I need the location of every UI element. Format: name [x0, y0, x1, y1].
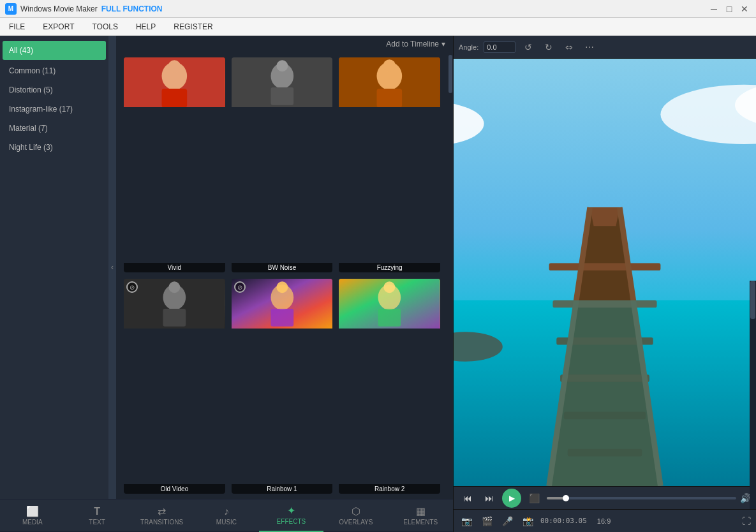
svg-point-20	[276, 281, 288, 293]
effect-bwnoise-label: BW Noise	[232, 263, 333, 272]
stop-btn[interactable]: ⬛	[525, 489, 543, 507]
bottom-toolbar: ⬜ MEDIA T TEXT ⇄ TRANSITIONS ♪ MUSIC ✦ E…	[0, 499, 453, 532]
svg-rect-12	[339, 57, 440, 107]
effect-fuzzying-thumb	[339, 57, 440, 107]
prev-frame-btn[interactable]: ⏭	[480, 489, 498, 507]
camera-btn[interactable]: 📷	[459, 516, 474, 526]
tab-text-label: TEXT	[89, 519, 105, 526]
effect-oldvideo[interactable]: ⊘ Old Video	[124, 279, 225, 494]
svg-point-24	[384, 281, 396, 293]
cat-common[interactable]: Common (11)	[0, 61, 108, 80]
minimize-btn[interactable]: ─	[708, 3, 720, 15]
preview-video	[454, 59, 756, 486]
rotate-cw-btn[interactable]: ↻	[541, 40, 556, 55]
tab-text[interactable]: T TEXT	[64, 499, 129, 532]
media-icon: ⬜	[26, 505, 39, 517]
text-icon: T	[94, 506, 100, 517]
fullscreen-btn[interactable]: ⛶	[742, 516, 751, 526]
angle-input[interactable]	[484, 41, 515, 53]
tab-effects-label: EFFECTS	[277, 518, 306, 525]
effect-bwnoise-thumb	[232, 57, 333, 107]
cat-material[interactable]: Material (7)	[0, 119, 108, 138]
cat-instagram[interactable]: Instagram-like (17)	[0, 100, 108, 119]
play-btn[interactable]: ▶	[502, 489, 521, 508]
effect-vivid[interactable]: Vivid	[124, 57, 225, 272]
dropdown-chevron-icon: ▾	[441, 40, 445, 48]
preview-toolbar: Angle: ↺ ↻ ⇔ ⋯	[454, 36, 756, 59]
tab-transitions-label: TRANSITIONS	[140, 519, 183, 526]
svg-rect-19	[271, 309, 293, 327]
effects-grid: Vivid	[116, 52, 448, 499]
cat-distortion[interactable]: Distortion (5)	[0, 80, 108, 100]
effect-oldvideo-thumb	[124, 279, 225, 329]
effect-rainbow1-thumb	[232, 279, 333, 329]
effect-vivid-thumb	[124, 57, 225, 107]
cat-nightlife[interactable]: Night Life (3)	[0, 138, 108, 157]
menu-bar: FILE EXPORT TOOLS HELP REGISTER	[0, 18, 756, 36]
cat-all[interactable]: All (43)	[3, 41, 106, 60]
svg-rect-34	[549, 263, 661, 270]
close-btn[interactable]: ✕	[738, 3, 751, 15]
progress-bar[interactable]	[547, 497, 736, 499]
svg-point-16	[168, 281, 180, 293]
mic-btn[interactable]: 🎤	[500, 516, 515, 526]
title-bar: M Windows Movie Maker FULL FUNCTION ─ □ …	[0, 0, 756, 18]
svg-rect-23	[378, 309, 401, 327]
timeline-vscrollbar[interactable]	[750, 281, 756, 509]
tab-overlays[interactable]: ⬡ OVERLAYS	[323, 499, 388, 532]
effect-rainbow1-label: Rainbow 1	[232, 484, 333, 494]
flip-h-btn[interactable]: ⇔	[561, 40, 577, 55]
add-timeline-label: Add to Timeline	[386, 40, 439, 48]
app-logo: M	[5, 3, 17, 15]
effect-vivid-label: Vivid	[124, 263, 225, 272]
category-list: All (43) Common (11) Distortion (5) Inst…	[0, 36, 108, 499]
window-controls[interactable]: ─ □ ✕	[708, 3, 751, 15]
effect-rainbow2-label: Rainbow 2	[339, 484, 440, 494]
svg-rect-2	[161, 89, 187, 107]
effects-icon: ✦	[287, 505, 295, 517]
transitions-icon: ⇄	[158, 505, 166, 517]
effect-oldvideo-label: Old Video	[124, 484, 225, 494]
aspect-ratio: 16:9	[597, 517, 611, 525]
tab-media[interactable]: ⬜ MEDIA	[0, 499, 64, 532]
skip-start-btn[interactable]: ⏮	[459, 489, 477, 507]
effects-scrollbar[interactable]	[448, 52, 453, 499]
app-name: Windows Movie Maker	[20, 4, 98, 13]
effect-rainbow2[interactable]: Rainbow 2	[339, 279, 440, 494]
effect-rainbow1[interactable]: ⊘ Rainbow 1	[232, 279, 333, 494]
menu-export[interactable]: EXPORT	[39, 20, 78, 34]
vscrollbar-thumb[interactable]	[750, 281, 755, 319]
tab-elements-label: ELEMENTS	[403, 519, 438, 526]
menu-tools[interactable]: TOOLS	[88, 20, 121, 34]
effect-fuzzying[interactable]: Fuzzying	[339, 57, 440, 272]
tab-elements[interactable]: ▦ ELEMENTS	[389, 499, 453, 532]
elements-icon: ▦	[416, 505, 426, 517]
svg-point-3	[168, 60, 181, 73]
tab-transitions[interactable]: ⇄ TRANSITIONS	[130, 499, 194, 532]
tab-overlays-label: OVERLAYS	[339, 519, 373, 526]
title-left: M Windows Movie Maker FULL FUNCTION	[5, 3, 162, 15]
tab-music[interactable]: ♪ MUSIC	[194, 499, 258, 532]
preview-tools-row: 📷 🎬 🎤 📸 00:00:03.05 16:9 ⛶	[454, 509, 756, 532]
effects-area: Add to Timeline ▾	[116, 36, 453, 499]
menu-help[interactable]: HELP	[132, 20, 159, 34]
menu-file[interactable]: FILE	[5, 20, 29, 34]
more-options-btn[interactable]: ⋯	[582, 40, 597, 55]
add-timeline-btn[interactable]: Add to Timeline ▾	[386, 40, 445, 48]
progress-dot[interactable]	[563, 495, 569, 501]
scrollbar-thumb[interactable]	[448, 55, 452, 93]
effect-rainbow2-thumb	[339, 279, 440, 329]
tab-effects[interactable]: ✦ EFFECTS	[259, 499, 323, 532]
effect-bwnoise[interactable]: BW Noise	[232, 57, 333, 272]
playback-controls: ⏮ ⏭ ▶ ⬛ 🔊	[454, 486, 756, 509]
overlays-icon: ⬡	[352, 505, 360, 517]
video-cam-btn[interactable]: 🎬	[479, 516, 494, 526]
effects-header: Add to Timeline ▾	[116, 36, 453, 52]
menu-register[interactable]: REGISTER	[170, 20, 216, 34]
screenshot-btn[interactable]: 📸	[520, 516, 535, 526]
time-display: 00:00:03.05	[540, 517, 587, 525]
music-icon: ♪	[224, 506, 229, 517]
maximize-btn[interactable]: □	[723, 3, 736, 15]
rotate-ccw-btn[interactable]: ↺	[521, 40, 536, 55]
collapse-handle[interactable]: ‹	[108, 36, 116, 499]
